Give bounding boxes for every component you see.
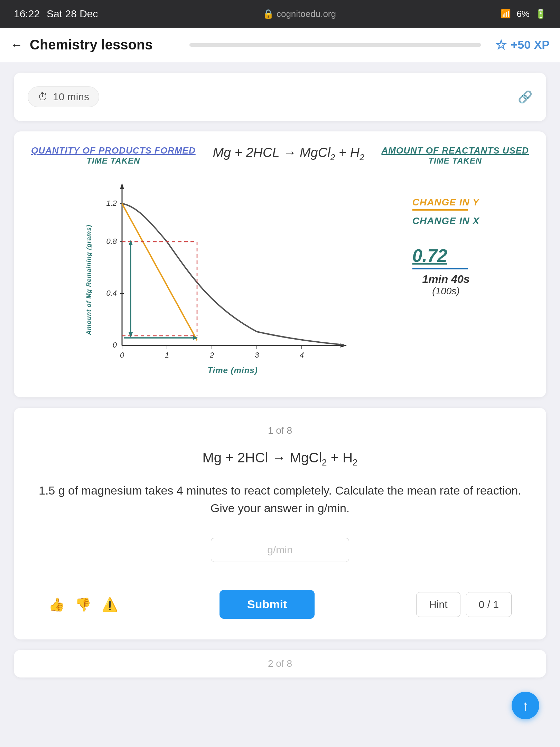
link-icon[interactable]: 🔗	[518, 90, 532, 104]
main-content: ⏱ 10 mins 🔗 Quantity of Products Formed …	[0, 62, 560, 688]
label-left: Quantity of Products Formed Time Taken	[31, 145, 196, 166]
diagram-card: Quantity of Products Formed Time Taken M…	[14, 131, 546, 397]
label-right-main: Amount of Reactants Used	[381, 145, 529, 156]
question-text: 1.5 g of magnesium takes 4 minutes to re…	[35, 482, 525, 517]
status-right: 📶 6% 🔋	[501, 9, 546, 19]
chart-area: Amount of Mg Remaining (grams) 1.2 0.8	[81, 176, 392, 384]
svg-text:2: 2	[209, 351, 214, 359]
svg-text:0.8: 0.8	[106, 237, 117, 246]
xp-label: +50 XP	[511, 38, 550, 52]
legend-change-y-item: Change in Y Change in X	[412, 197, 480, 227]
battery-display: 6%	[516, 9, 530, 19]
question-card: 1 of 8 Mg + 2HCl → MgCl2 + H2 1.5 g of m…	[14, 408, 546, 639]
right-buttons: Hint 0 / 1	[416, 592, 512, 617]
svg-marker-29	[129, 332, 133, 338]
rate-time-sub: (100s)	[412, 286, 480, 297]
label-right: Amount of Reactants Used Time Taken	[381, 145, 529, 166]
chart-with-legend: Amount of Mg Remaining (grams) 1.2 0.8	[31, 176, 529, 384]
legend-orange-line	[412, 209, 468, 211]
svg-text:Time (mins): Time (mins)	[207, 366, 258, 375]
url-bar: 🔒 cognitoedu.org	[263, 9, 336, 19]
svg-text:Amount of Mg Remaining (grams): Amount of Mg Remaining (grams)	[85, 225, 92, 335]
time-display: 16:22	[14, 8, 40, 20]
progress-bar	[189, 43, 481, 47]
svg-text:4: 4	[300, 351, 304, 359]
score-display: 0 / 1	[466, 592, 512, 617]
legend-spacer	[412, 231, 480, 245]
answer-input[interactable]	[211, 538, 349, 562]
label-left-main: Quantity of Products Formed	[31, 145, 196, 156]
label-left-sub: Time Taken	[31, 156, 196, 166]
xp-display: ☆ +50 XP	[495, 37, 550, 53]
chart-svg: Amount of Mg Remaining (grams) 1.2 0.8	[81, 176, 357, 384]
date-display: Sat 28 Dec	[47, 8, 98, 20]
hint-button[interactable]: Hint	[416, 592, 460, 617]
legend-change-x-label: Change in X	[412, 215, 480, 227]
answer-input-wrap	[35, 538, 525, 562]
clock-icon: ⏱	[38, 91, 48, 103]
svg-text:1: 1	[165, 351, 169, 359]
back-button[interactable]: ←	[10, 38, 23, 52]
nav-bar: ← Chemistry lessons ☆ +50 XP	[0, 28, 560, 62]
scroll-up-button[interactable]: ↑	[512, 692, 539, 719]
lock-icon: 🔒	[263, 9, 274, 19]
next-counter: 2 of 8	[268, 658, 292, 669]
svg-text:0: 0	[112, 341, 117, 349]
question-counter: 1 of 8	[35, 425, 525, 436]
next-card-preview: 2 of 8	[14, 650, 546, 677]
svg-line-23	[122, 204, 197, 340]
battery-icon: 🔋	[535, 9, 546, 19]
bottom-bar: 👍 👎 ⚠️ Submit Hint 0 / 1	[35, 583, 525, 626]
legend-change-y-label: Change in Y	[412, 197, 480, 208]
star-icon: ☆	[495, 37, 507, 53]
page-title: Chemistry lessons	[30, 37, 176, 53]
question-equation: Mg + 2HCl → MgCl2 + H2	[35, 450, 525, 468]
flag-icon[interactable]: ⚠️	[102, 597, 118, 612]
diagram-equation: Mg + 2HCL → MgCl2 + H2	[213, 145, 364, 162]
svg-text:0.4: 0.4	[106, 289, 117, 297]
url-text: cognitoedu.org	[277, 9, 336, 19]
feedback-icons: 👍 👎 ⚠️	[48, 597, 118, 612]
time-card: ⏱ 10 mins 🔗	[14, 73, 546, 121]
rate-time: 1min 40s	[412, 273, 480, 286]
status-time: 16:22 Sat 28 Dec	[14, 8, 98, 20]
time-badge: ⏱ 10 mins	[28, 86, 99, 107]
chart-legend: Change in Y Change in X 0.72 1min 40s (1…	[412, 176, 480, 297]
svg-text:1.2: 1.2	[106, 199, 117, 208]
thumbs-down-icon[interactable]: 👎	[75, 597, 91, 612]
svg-text:3: 3	[255, 351, 259, 359]
svg-text:0: 0	[120, 351, 124, 359]
label-right-sub: Time Taken	[381, 156, 529, 166]
submit-button[interactable]: Submit	[220, 590, 315, 619]
svg-marker-3	[120, 183, 124, 189]
status-bar: 16:22 Sat 28 Dec 🔒 cognitoedu.org 📶 6% 🔋	[0, 0, 560, 28]
thumbs-up-icon[interactable]: 👍	[48, 597, 65, 612]
wifi-icon: 📶	[501, 9, 511, 19]
svg-marker-28	[129, 240, 133, 245]
rate-divider	[412, 268, 468, 269]
duration-label: 10 mins	[53, 91, 89, 103]
rate-value: 0.72	[412, 245, 480, 266]
diagram-header: Quantity of Products Formed Time Taken M…	[31, 145, 529, 166]
